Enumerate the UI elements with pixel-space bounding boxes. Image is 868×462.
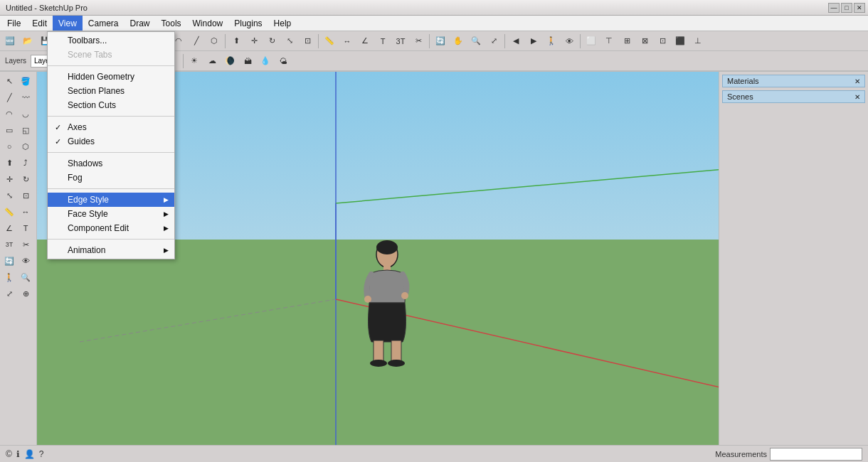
copyright-icon[interactable]: © — [6, 449, 12, 459]
menu-component-edit[interactable]: Component Edit — [48, 221, 174, 235]
paint-tool[interactable]: 🪣 — [18, 73, 33, 89]
tb-offset[interactable]: ⊡ — [299, 33, 316, 50]
tb-look[interactable]: 👁 — [561, 33, 578, 50]
tb-polygon[interactable]: ⬡ — [206, 33, 223, 50]
menu-face-style[interactable]: Face Style — [48, 207, 174, 221]
tb-water[interactable]: 💧 — [257, 53, 274, 70]
tb-section[interactable]: ✂ — [410, 33, 427, 50]
menu-tools[interactable]: Tools — [156, 16, 187, 31]
minimize-button[interactable]: — — [828, 3, 840, 13]
tb-pan[interactable]: ✋ — [450, 33, 467, 50]
menu-file[interactable]: File — [1, 16, 26, 31]
close-button[interactable]: ✕ — [854, 3, 865, 13]
3dtext-tool[interactable]: 3T — [1, 237, 17, 252]
maximize-button[interactable]: □ — [841, 3, 852, 13]
angle-tool[interactable]: ∠ — [1, 220, 17, 236]
tb-line[interactable]: ╱ — [188, 33, 205, 50]
zoomwin-tool[interactable]: ⊕ — [18, 286, 33, 301]
materials-close[interactable]: ✕ — [854, 77, 860, 85]
tb-orbit[interactable]: 🔄 — [432, 33, 449, 50]
look-tool[interactable]: 👁 — [18, 253, 33, 269]
scenes-close[interactable]: ✕ — [854, 93, 860, 101]
rot-rect-tool[interactable]: ◱ — [18, 122, 33, 138]
measurements-input[interactable] — [770, 448, 862, 461]
tb-iso[interactable]: ⬜ — [583, 33, 600, 50]
menu-section-cuts[interactable]: Section Cuts — [48, 98, 174, 112]
menu-animation[interactable]: Animation — [48, 243, 174, 257]
tape-tool[interactable]: 📏 — [1, 204, 17, 220]
tb-angle[interactable]: ∠ — [356, 33, 374, 50]
menu-fog[interactable]: Fog — [48, 171, 174, 185]
offset-tool[interactable]: ⊡ — [18, 188, 33, 203]
line-tool[interactable]: ╱ — [1, 90, 17, 105]
move-tool[interactable]: ✛ — [1, 171, 17, 187]
tb-3dtext[interactable]: 3T — [392, 33, 409, 50]
menu-draw[interactable]: Draw — [125, 16, 156, 31]
menu-axes[interactable]: Axes — [48, 120, 174, 134]
tb-bottom[interactable]: ⊥ — [689, 33, 706, 50]
tb-terrain[interactable]: 🏔 — [239, 53, 256, 70]
rotate-tool[interactable]: ↻ — [18, 171, 33, 187]
menu-scene-tabs[interactable]: Scene Tabs — [48, 48, 174, 62]
menu-edge-style[interactable]: Edge Style — [48, 193, 174, 207]
walk-tool[interactable]: 🚶 — [1, 269, 17, 285]
tb-pushpull[interactable]: ⬆ — [228, 33, 245, 50]
help-icon[interactable]: ? — [39, 449, 44, 459]
tb-front[interactable]: ⊞ — [618, 33, 635, 50]
select-tool[interactable]: ↖ — [1, 73, 17, 89]
freehand-tool[interactable]: 〰 — [18, 90, 33, 105]
tb-shadow[interactable]: 🌘 — [221, 53, 238, 70]
menu-view[interactable]: View — [53, 16, 83, 31]
arc-tool[interactable]: ◠ — [1, 106, 17, 122]
tb-move[interactable]: ✛ — [245, 33, 263, 50]
menu-window[interactable]: Window — [187, 16, 229, 31]
tb-top[interactable]: ⊤ — [600, 33, 618, 50]
tb-scale[interactable]: ⤡ — [281, 33, 298, 50]
menu-camera[interactable]: Camera — [83, 16, 125, 31]
tb-sky[interactable]: 🌤 — [275, 53, 292, 70]
info-icon[interactable]: ℹ — [16, 449, 20, 459]
menu-section-planes[interactable]: Section Planes — [48, 84, 174, 98]
tb-cloud[interactable]: ☁ — [203, 53, 221, 70]
scenes-panel-header[interactable]: Scenes ✕ — [722, 90, 865, 103]
orbit-tool[interactable]: 🔄 — [1, 253, 17, 269]
menu-guides[interactable]: Guides — [48, 134, 174, 149]
new-button[interactable]: 🆕 — [1, 33, 18, 50]
tb-sun[interactable]: ☀ — [186, 53, 203, 70]
pushpull-tool[interactable]: ⬆ — [1, 155, 17, 171]
tb-rotate[interactable]: ↻ — [263, 33, 280, 50]
tb-tape[interactable]: 📏 — [321, 33, 338, 50]
tb-zoom[interactable]: 🔍 — [467, 33, 485, 50]
layers-icon[interactable]: Layers — [1, 53, 30, 70]
tb-zoomext[interactable]: ⤢ — [485, 33, 502, 50]
materials-panel-header[interactable]: Materials ✕ — [722, 75, 865, 87]
user-icon[interactable]: 👤 — [24, 449, 35, 459]
tb-text[interactable]: T — [374, 33, 391, 50]
menu-edit[interactable]: Edit — [26, 16, 53, 31]
tb-left[interactable]: ⬛ — [672, 33, 689, 50]
arc2-tool[interactable]: ◡ — [18, 106, 33, 122]
tb-prev[interactable]: ◀ — [507, 33, 524, 50]
tb-right[interactable]: ⊠ — [636, 33, 653, 50]
scale-tool[interactable]: ⤡ — [1, 188, 17, 203]
text-tool[interactable]: T — [18, 220, 33, 236]
polygon-tool[interactable]: ⬡ — [18, 139, 33, 154]
svg-point-12 — [370, 360, 387, 367]
dim-tool[interactable]: ↔ — [18, 204, 33, 220]
rect-tool[interactable]: ▭ — [1, 122, 17, 138]
circle-tool[interactable]: ○ — [1, 139, 17, 154]
menu-toolbars[interactable]: Toolbars... — [48, 33, 174, 48]
section-tool[interactable]: ✂ — [18, 237, 33, 252]
zoom-tool[interactable]: 🔍 — [18, 269, 33, 285]
zoomext-tool[interactable]: ⤢ — [1, 286, 17, 301]
tb-walk[interactable]: 🚶 — [543, 33, 560, 50]
menu-plugins[interactable]: Plugins — [228, 16, 268, 31]
tb-next[interactable]: ▶ — [525, 33, 542, 50]
menu-hidden-geometry[interactable]: Hidden Geometry — [48, 70, 174, 84]
open-button[interactable]: 📂 — [19, 33, 36, 50]
tb-back[interactable]: ⊡ — [654, 33, 671, 50]
follow-tool[interactable]: ⤴ — [18, 155, 33, 171]
tb-dim[interactable]: ↔ — [339, 33, 356, 50]
menu-shadows[interactable]: Shadows — [48, 156, 174, 171]
menu-help[interactable]: Help — [268, 16, 297, 31]
